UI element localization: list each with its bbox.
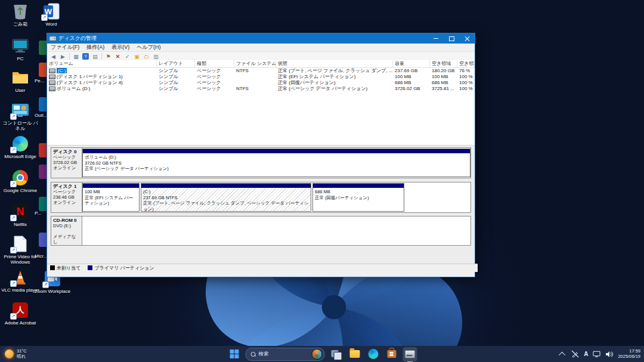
search-icon (251, 352, 256, 357)
file-explorer-icon (349, 350, 360, 358)
partition-recovery[interactable]: 686 MB 正常 (回復パーティション) (312, 183, 404, 212)
close-button[interactable] (459, 33, 475, 44)
check-document-icon[interactable]: ✓ (124, 53, 131, 60)
partition-c-selected[interactable]: (C:) 237.69 GB NTFS 正常 (ブート, ページ ファイル, ク… (141, 183, 311, 212)
disk-management-app-icon (49, 35, 56, 42)
shortcut-arrow-icon: ↗ (42, 281, 49, 288)
window-title: ディスクの管理 (58, 35, 97, 42)
hidden-app-icon-teams[interactable] (39, 233, 47, 247)
cdrom0-label[interactable]: CD-ROM 0 DVD (E:) メディアなし (51, 216, 82, 245)
forward-icon[interactable]: ▶ (60, 53, 66, 60)
taskbar-search[interactable]: 検索 (246, 348, 325, 361)
prime-video-icon: ↗ (11, 235, 30, 253)
shortcut-arrow-icon: ↗ (41, 14, 48, 21)
volume-list-header: ボリューム レイアウト 種類 ファイル システム 状態 容量 空き領域 空き領域… (47, 60, 475, 68)
hidden-app-icon-teal[interactable] (39, 197, 47, 211)
disk1-label[interactable]: ディスク 1 ベーシック 238.46 GB オンライン (51, 182, 82, 212)
help-icon[interactable]: ? (82, 53, 89, 60)
graphical-view: ディスク 0 ベーシック 3726.02 GB オンライン ボリューム (D:)… (47, 145, 475, 264)
taskbar-clock[interactable]: 17:59 2025/06/19 (618, 349, 640, 359)
list-view-icon[interactable]: ▥ (153, 53, 159, 60)
edge-button[interactable] (366, 347, 380, 361)
partition-color-bar (83, 184, 139, 188)
volume-icon[interactable] (605, 350, 613, 358)
disk-row-disk1: ディスク 1 ベーシック 238.46 GB オンライン 100 MB 正常 (… (51, 182, 471, 213)
action-flag-icon[interactable]: ⚑ (105, 53, 112, 60)
menu-view[interactable]: 表示(V) (112, 44, 129, 51)
column-header-type[interactable]: 種類 (195, 60, 234, 67)
column-header-status[interactable]: 状態 (276, 60, 393, 67)
weather-widget[interactable]: 31°C 晴れ (5, 349, 27, 359)
partition-efi[interactable]: 100 MB 正常 (EFI システム パーティション) (82, 183, 140, 212)
properties-icon[interactable]: ▤ (92, 53, 98, 60)
hidden-app-icon-excel[interactable] (39, 41, 47, 55)
desktop-icon-netflix[interactable]: N ↗ Netflix (1, 203, 39, 227)
shortcut-arrow-icon: ↗ (10, 147, 17, 153)
shortcut-arrow-icon: ↗ (10, 215, 17, 221)
menu-file[interactable]: ファイル(F) (51, 44, 79, 51)
console-tree-icon[interactable]: ▦ (73, 53, 79, 60)
menu-action[interactable]: 操作(A) (86, 44, 104, 51)
system-tray: A 17:59 2025/06/19 (559, 349, 640, 359)
column-header-volume[interactable]: ボリューム (47, 60, 157, 67)
column-header-free-pct[interactable]: 空き領域の割... (457, 60, 475, 67)
task-view-button[interactable] (329, 347, 343, 361)
cdrom0-strip (82, 216, 470, 245)
pen-disabled-icon[interactable] (571, 350, 579, 358)
desktop-icon-control-panel[interactable]: ↗ コントロール パネル (1, 101, 39, 131)
hidden-icons-chevron[interactable] (559, 350, 566, 358)
minimize-icon (434, 38, 438, 39)
menu-help[interactable]: ヘルプ(H) (137, 44, 160, 51)
window-titlebar[interactable]: ディスクの管理 (47, 33, 475, 44)
taskbar: 31°C 晴れ 検索 A (0, 346, 644, 362)
control-panel-icon: ↗ (11, 101, 30, 119)
column-header-filesystem[interactable]: ファイル システム (234, 60, 276, 67)
back-icon[interactable]: ◀ (50, 53, 57, 60)
legend-unallocated: 未割り当て (50, 265, 80, 271)
partition-color-bar (141, 184, 311, 188)
adobe-acrobat-icon: 人 ↗ (11, 301, 30, 319)
disk-management-icon (405, 350, 416, 358)
legend-bar: 未割り当て プライマリ パーティション (47, 264, 478, 272)
column-header-layout[interactable]: レイアウト (157, 60, 195, 67)
hidden-app-icon-purple[interactable] (39, 165, 47, 179)
hidden-app-icon-outlook[interactable] (39, 97, 47, 112)
start-button[interactable] (227, 347, 242, 361)
desktop-icon-word[interactable]: W ↗ Word (33, 2, 70, 27)
partition-color-bar (313, 184, 404, 188)
windows-logo-icon (230, 349, 239, 358)
disk-row-disk0: ディスク 0 ベーシック 3726.02 GB オンライン ボリューム (D:)… (51, 147, 471, 178)
folder-icon[interactable]: 🗀 (143, 53, 150, 60)
desktop-icon-adobe-acrobat[interactable]: 人 ↗ Adobe Acrobat (1, 301, 39, 326)
toolbar-separator (101, 53, 102, 60)
shortcut-arrow-icon: ↗ (10, 181, 17, 187)
column-header-capacity[interactable]: 容量 (393, 60, 430, 67)
minimize-button[interactable] (428, 33, 444, 44)
table-row[interactable]: ボリューム (D:) シンプル ベーシック NTFS 正常 (ベーシック データ… (47, 86, 475, 92)
maximize-button[interactable] (444, 33, 459, 44)
disk-management-window: ディスクの管理 ファイル(F) 操作(A) 表示(V) ヘルプ(H) ◀ ▶ ▦… (47, 33, 475, 277)
desktop-icon-user-folder[interactable]: User (1, 69, 39, 93)
partition-d[interactable]: ボリューム (D:) 3726.02 GB NTFS 正常 (ベーシック データ… (82, 148, 470, 177)
desktop-icon-edge[interactable]: ↗ Microsoft Edge (1, 135, 39, 159)
table-row[interactable]: (ディスク 1 パーティション 4) シンプル ベーシック 正常 (回復パーティ… (47, 80, 475, 86)
delete-icon[interactable]: ✕ (114, 53, 121, 60)
table-row[interactable]: (ディスク 1 パーティション 1) シンプル ベーシック 正常 (EFI シス… (47, 74, 475, 80)
disk0-label[interactable]: ディスク 0 ベーシック 3726.02 GB オンライン (51, 148, 82, 178)
store-button[interactable] (385, 347, 399, 361)
desktop-icon-prime-video[interactable]: ↗ Prime Video for Windows (1, 235, 39, 265)
hidden-app-icon-powerpoint[interactable] (39, 63, 47, 77)
file-explorer-button[interactable] (348, 347, 362, 361)
ime-indicator[interactable]: A (584, 351, 588, 357)
table-row[interactable]: (C:) シンプル ベーシック NTFS 正常 (ブート, ページ ファイル, … (47, 68, 475, 74)
network-icon[interactable] (593, 350, 600, 358)
disk-row-cdrom0: CD-ROM 0 DVD (E:) メディアなし (51, 216, 471, 246)
hidden-app-icon-red[interactable] (39, 143, 47, 157)
desktop-icon-chrome[interactable]: ↗ Google Chrome (1, 169, 39, 193)
open-folder-icon[interactable]: ▣ (134, 53, 140, 60)
volume-icon (49, 69, 55, 73)
disk-management-taskbar-button[interactable] (403, 347, 417, 361)
partition-color-bar (83, 149, 470, 154)
column-header-free[interactable]: 空き領域 (430, 60, 457, 67)
desktop-icon-pc[interactable]: PC (1, 37, 39, 61)
